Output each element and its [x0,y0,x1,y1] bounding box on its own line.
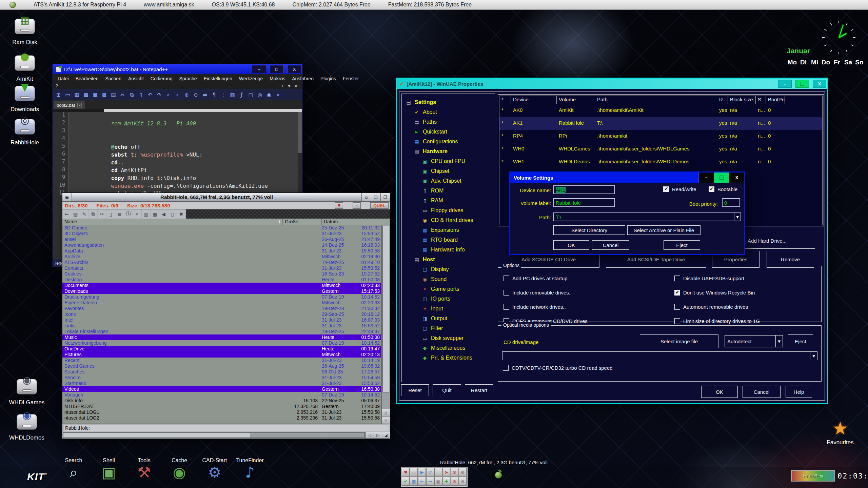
palette-button[interactable]: ➤ [442,468,450,476]
tree-item[interactable]: ▦ RTG board [405,235,495,245]
tab-list-button[interactable]: ▼ [286,83,293,88]
file-row[interactable]: Netzwerkumgebung 07-Dez-19 10:14:52 [62,340,381,346]
tree-item[interactable]: ✔ About [405,107,495,117]
toolbar-icon[interactable]: ▤ [71,209,80,219]
toolbar-icon[interactable]: ◀ [159,209,168,219]
toolbar-icon[interactable]: ƒ [237,90,246,99]
file-row[interactable]: ntuser.dat.LOG1 2.953.216 31-Jul-23 15:5… [62,409,381,415]
cd-image-combo[interactable]: ▼ [502,351,817,360]
cdtv-turbo-checkbox[interactable]: CDTV/CDTV-CR/CD32 turbo CD read speed [503,365,613,371]
tree-item[interactable]: ▣ Adv. Chipset [405,176,495,186]
tree-item[interactable]: ✦ Game ports [405,284,495,294]
file-row[interactable]: Favorites 19-Dez-23 21:30:32 [62,306,381,311]
file-row[interactable]: Pictures Mittwoch 02:20:13 [62,352,381,358]
checkbox[interactable] [674,304,680,310]
option-checkbox[interactable]: Add PC drives at startup [504,276,568,281]
palette-button[interactable]: ⊖ [459,477,467,486]
file-row[interactable]: Druckumgebung 07-Dez-19 10:14:52 [62,294,381,300]
file-row[interactable]: Lokale Einstellungen 19-Dez-25 22:44:37 [62,329,381,334]
workbench-menubar[interactable]: ATS's AmiKit 12.8.3 for Raspberry Pi 4 w… [0,0,868,10]
palette-button[interactable]: ⊕ [459,468,467,476]
device-column-header[interactable]: Volume [557,96,595,104]
cancel-button[interactable]: Cancel [592,240,629,250]
file-row[interactable]: Desktop Heute 01:50:08 [62,277,381,283]
file-row[interactable]: Startmenü 31-Jul-23 15:53:52 [62,381,381,386]
device-row[interactable]: *WH0WHDLGames .\home\amikit\user_folders… [499,143,822,156]
toolbar-icon[interactable]: ↶ [146,90,154,99]
palette-button[interactable]: ✚ [442,477,450,486]
option-checkbox[interactable]: Don't use Windows Recycle Bin [674,290,755,296]
menu-item[interactable]: Makros [266,76,289,81]
toolbar-icon[interactable]: ¶ [210,90,218,99]
boot-priority-input[interactable]: 0 [722,198,740,207]
maximize-button[interactable] [714,172,729,183]
file-row[interactable]: Documents Mittwoch 02:20:33 [62,283,381,288]
menu-item[interactable]: Suchen [102,76,125,81]
toolbar-icon[interactable]: ⊞ [54,90,63,99]
read-write-checkbox[interactable]: Read/write [663,186,696,192]
file-row[interactable]: ntuser.dat.LOG2 2.359.296 31-Jul-23 15:5… [62,415,381,421]
file-row[interactable]: Videos Gestern 16:50:38 [62,386,381,392]
chevron-down-icon[interactable]: ▼ [734,213,741,221]
tree-item[interactable]: ▤ Hardware [405,146,495,156]
tree-item[interactable]: ▣ Chipset [405,166,495,176]
eject-button[interactable]: Eject [664,240,700,250]
dialog-control-button[interactable]: Cancel [743,386,781,398]
desktop-icon-favourites[interactable]: ★ Favourites [820,420,860,446]
toolbar-icon[interactable]: ✂ [98,209,106,219]
toolbar-icon[interactable]: ⌕ [133,209,142,219]
emulator-control-button[interactable]: Restart [465,384,493,396]
file-row[interactable]: Disk.info 16.103 22-Nov-25 05:06:37 [62,398,381,404]
checkbox[interactable] [709,186,714,192]
toolbar-icon[interactable]: ▥ [142,209,151,219]
palette-button[interactable]: → [426,477,434,486]
tree-item[interactable]: ▦ Configurations [405,137,495,146]
horizontal-scrollbar[interactable]: ◁ ▷ ◢ [62,432,390,439]
option-checkbox[interactable]: Include removable drives.. [504,290,572,296]
toolbar-icon[interactable]: ⇌ [201,90,209,99]
amikit-tray-icon[interactable] [495,472,502,479]
toolbar-icon[interactable]: ▢ [246,90,255,99]
file-row[interactable]: Cookies 16-Sep-23 19:27:52 [62,271,381,277]
toolbar-icon[interactable]: ▤ [109,90,118,99]
dock-item[interactable]: Shell ▣ [95,458,123,481]
tree-item[interactable]: ▯ ROM [405,186,495,196]
palette-button[interactable]: ⊘ [451,468,458,476]
tree-item[interactable]: ▣ CPU and FPU [405,156,495,166]
tree-item[interactable]: ▦ Expansions [405,225,495,235]
desktop-icon[interactable]: ◉ WHDLGames [7,379,47,406]
tree-item[interactable]: ◉ CD & Hard drives [405,215,495,225]
palette-button[interactable]: ◍ [434,468,442,476]
option-checkbox[interactable]: Limit size of directory drives to 1G [674,318,760,324]
toolbar-icon[interactable]: ◉ [265,90,273,99]
tab-close-button[interactable]: ✕ [293,83,299,88]
eject-button[interactable]: Eject [788,334,813,348]
kit-logo[interactable]: KIT” [27,471,47,483]
menu-item[interactable]: Sprache [176,76,200,81]
tree-item[interactable]: ▤ Host [405,255,495,264]
checkbox[interactable] [504,276,509,281]
file-row[interactable]: SendTo 31-Jul-23 15:54:59 [62,375,381,381]
toolbar-icon[interactable]: ⌕ [164,90,173,99]
device-row[interactable]: *RP4RPi .\home\amikityesn/a n...0 [499,130,822,143]
tab-add-button[interactable]: + [279,83,286,88]
checkbox[interactable] [674,276,680,281]
file-row[interactable]: Searches 08-Okt-25 17:28:57 [62,369,381,375]
minimize-button[interactable]: – [698,172,714,183]
menu-item[interactable]: Plugins [317,76,339,81]
menu-item[interactable]: Datei [54,76,72,81]
maximize-button[interactable]: □ [270,65,284,73]
menu-item[interactable]: Fenster [339,76,362,81]
dock-item[interactable]: Tools ⚒ [130,458,158,481]
toolbar-icon[interactable]: ⊠ [100,90,108,99]
toolbar-icon[interactable]: ↷ [155,90,163,99]
device-column-header[interactable]: Path [595,96,717,104]
device-column-header[interactable]: BootPri [766,96,785,104]
file-row[interactable]: OneDrive Heute 00:19:47 [62,346,381,352]
file-row[interactable]: 3D Games 25-Dez-25 20:11:32 [62,225,381,231]
toolbar-icon[interactable]: ⧉ [127,90,136,99]
toolbar-icon[interactable]: ✖ [177,209,186,219]
palette-button[interactable]: ✖ [402,468,410,476]
tree-item[interactable]: ▦ Hardware info [405,245,495,255]
device-name-input[interactable]: AK1 [553,185,615,194]
